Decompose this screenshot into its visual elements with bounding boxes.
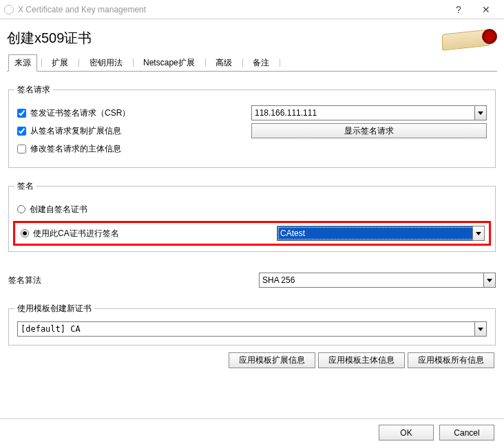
tab-strip: 来源 扩展 密钥用法 Netscape扩展 高级 备注 (7, 54, 497, 72)
ca-sign-label: 使用此CA证书进行签名 (33, 228, 119, 240)
ca-sign-highlight: 使用此CA证书进行签名 CAtest (13, 221, 491, 246)
ca-cert-select[interactable]: CAtest (277, 226, 485, 241)
chevron-down-icon (472, 226, 484, 240)
ca-cert-value: CAtest (280, 229, 305, 238)
self-sign-label: 创建自签名证书 (30, 204, 87, 215)
apply-template-extensions-button[interactable]: 应用模板扩展信息 (229, 352, 315, 368)
cancel-button[interactable]: Cancel (439, 425, 494, 440)
show-request-button[interactable]: 显示签名请求 (251, 123, 487, 138)
signature-algorithm-value: SHA 256 (262, 275, 295, 285)
tab-extensions[interactable]: 扩展 (45, 54, 74, 72)
ok-button[interactable]: OK (379, 425, 434, 440)
template-select[interactable]: [default] CA (17, 321, 487, 337)
signature-algorithm-row: 签名算法 SHA 256 (7, 273, 497, 288)
group-signing-request: 签名请求 签发证书签名请求（CSR） 118.166.111.111 从签名请求… (8, 89, 496, 168)
self-sign-radio[interactable] (17, 205, 25, 213)
apply-template-all-button[interactable]: 应用模板所有信息 (408, 352, 494, 368)
modify-subject-label: 修改签名请求的主体信息 (30, 143, 121, 155)
copy-extensions-label: 从签名请求复制扩展信息 (30, 125, 121, 137)
copy-extensions-checkbox[interactable] (17, 127, 26, 136)
template-buttons-row: 应用模板扩展信息 应用模板主体信息 应用模板所有信息 (10, 352, 494, 368)
close-button[interactable]: ✕ (472, 0, 500, 19)
csr-checkbox[interactable] (17, 109, 26, 118)
tab-comment[interactable]: 备注 (246, 54, 275, 72)
chevron-down-icon (483, 273, 495, 287)
chevron-down-icon (474, 322, 486, 336)
csr-select[interactable]: 118.166.111.111 (251, 105, 487, 120)
group-signing-legend: 签名 (14, 180, 36, 192)
chevron-down-icon (474, 106, 486, 120)
app-icon (4, 5, 14, 14)
group-template: 使用模板创建新证书 [default] CA (8, 308, 496, 346)
window-title: X Certificate and Key management (18, 5, 146, 14)
title-bar: X Certificate and Key management ? ✕ (0, 0, 504, 19)
tab-advanced[interactable]: 高级 (209, 54, 238, 72)
csr-label: 签发证书签名请求（CSR） (30, 107, 130, 119)
help-button[interactable]: ? (445, 0, 472, 19)
tab-keyusage[interactable]: 密钥用法 (83, 54, 129, 72)
signature-algorithm-label: 签名算法 (8, 275, 259, 286)
modify-subject-checkbox[interactable] (17, 145, 26, 153)
tab-source[interactable]: 来源 (8, 54, 37, 72)
page-title: 创建x509证书 (7, 29, 92, 47)
group-signing: 签名 创建自签名证书 使用此CA证书进行签名 CAtest (8, 186, 496, 252)
signature-algorithm-select[interactable]: SHA 256 (259, 273, 496, 288)
dialog-button-bar: OK Cancel (0, 418, 504, 446)
template-value: [default] CA (21, 324, 81, 334)
group-signing-request-legend: 签名请求 (14, 84, 53, 96)
dialog-body: 创建x509证书 来源 扩展 密钥用法 Netscape扩展 高级 备注 签名请… (0, 19, 504, 368)
app-logo (442, 25, 497, 52)
tab-netscape[interactable]: Netscape扩展 (137, 54, 201, 72)
apply-template-subject-button[interactable]: 应用模板主体信息 (318, 352, 405, 368)
group-template-legend: 使用模板创建新证书 (14, 303, 94, 315)
ca-sign-radio[interactable] (21, 229, 29, 237)
csr-select-value: 118.166.111.111 (255, 108, 317, 118)
